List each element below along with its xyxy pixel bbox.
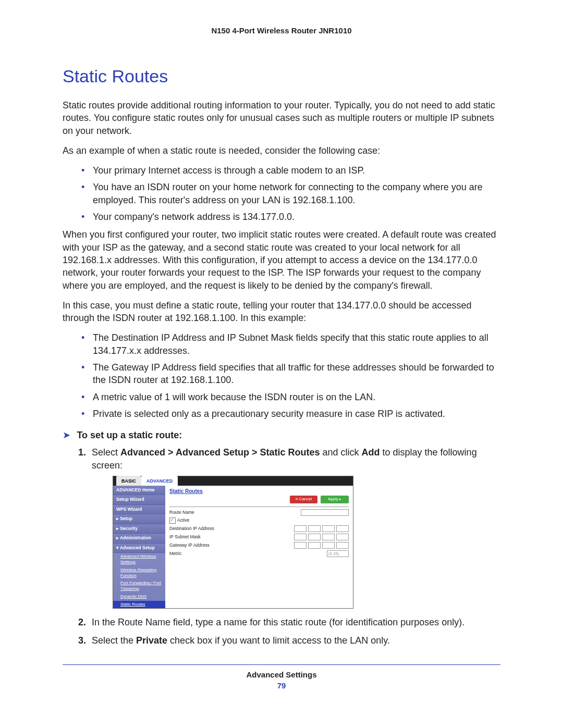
list-item: A metric value of 1 will work because th… [81,391,500,403]
ordered-steps: Select Advanced > Advanced Setup > Stati… [63,446,500,647]
list-item: You have an ISDN router on your home net… [81,181,500,206]
sidebar-item-advanced-home[interactable]: ADVANCED Home [113,486,165,495]
label-route-name: Route Name [169,510,232,515]
sidebar-item-setup[interactable]: ▸ Setup [113,514,165,524]
paragraph: Static routes provide additional routing… [63,99,500,137]
router-content: Static Routes Cancel Apply Route Name [165,486,353,609]
step-item: Select Advanced > Advanced Setup > Stati… [89,446,500,609]
sidebar-item-wps-wizard[interactable]: WPS Wizard [113,505,165,514]
router-tab-bar: BASIC ADVANCED [113,476,353,486]
sidebar-item-advanced-setup[interactable]: ▾ Advanced Setup [113,544,165,553]
menu-path: Advanced > Advanced Setup > Static Route… [120,447,320,458]
sidebar-sub-dynamic-dns[interactable]: Dynamic DNS [113,593,165,601]
label-dest-ip: Destination IP Address [169,526,232,532]
tab-basic[interactable]: BASIC [116,476,141,486]
paragraph: As an example of when a static route is … [63,144,500,157]
cancel-button[interactable]: Cancel [290,496,317,503]
sidebar-sub-port-forwarding[interactable]: Port Forwarding / Port Triggering [113,579,165,593]
label-metric: Metric [169,551,232,557]
sidebar-sub-advanced-wireless[interactable]: Advanced Wireless Settings [113,553,165,566]
active-checkbox[interactable]: ✓ [169,517,176,524]
step-text: check box if you want to limit access to… [167,635,390,646]
procedure-heading: ➤ To set up a static route: [63,429,500,441]
list-item: Private is selected only as a precaution… [81,408,500,420]
label-gateway: Gateway IP Address [169,542,232,548]
button-name: Add [362,447,380,458]
paragraph: When you first configured your router, t… [63,228,500,291]
tab-advanced[interactable]: ADVANCED [141,476,178,486]
procedure-title: To set up a static route: [77,430,182,440]
label-active: Active [177,517,189,523]
router-sidebar: ADVANCED Home Setup Wizard WPS Wizard ▸ … [113,486,165,609]
page-number: 79 [63,681,500,690]
step-text: and click [320,447,361,458]
list-item: Your primary Internet access is through … [81,164,500,177]
route-name-input[interactable] [301,509,349,516]
dest-ip-input[interactable] [294,525,349,532]
paragraph: In this case, you must define a static r… [63,299,500,325]
list-item: The Destination IP Address and IP Subnet… [81,331,500,357]
label-subnet: IP Subnet Mask [169,534,232,540]
sidebar-sub-wireless-repeating[interactable]: Wireless Repeating Function [113,566,165,580]
apply-button[interactable]: Apply [321,496,349,503]
step-text: Select [92,447,120,458]
panel-title: Static Routes [169,488,349,495]
sidebar-sub-static-routes[interactable]: Static Routes [113,601,165,609]
subnet-mask-input[interactable] [294,534,349,540]
gateway-ip-input[interactable] [294,542,349,549]
bullet-list: The Destination IP Address and IP Subnet… [63,331,500,420]
sidebar-item-administration[interactable]: ▸ Administration [113,534,165,543]
router-ui-screenshot: BASIC ADVANCED ADVANCED Home Setup Wizar… [113,476,353,609]
step-item: Select the Private check box if you want… [89,634,500,647]
section-title: Static Routes [63,66,500,87]
arrow-icon: ➤ [63,430,70,440]
list-item: Your company's network address is 134.17… [81,211,500,223]
bullet-list: Your primary Internet access is through … [63,164,500,223]
sidebar-item-setup-wizard[interactable]: Setup Wizard [113,495,165,504]
step-text: Select the [92,635,136,646]
metric-input[interactable]: (2-15) [327,550,349,557]
step-item: In the Route Name field, type a name for… [89,616,500,628]
sidebar-item-security[interactable]: ▸ Security [113,524,165,534]
checkbox-name: Private [136,635,167,646]
list-item: The Gateway IP Address field specifies t… [81,361,500,387]
document-header: N150 4-Port Wireless Router JNR1010 [63,26,500,35]
footer-section: Advanced Settings [63,670,500,679]
footer-rule [63,664,500,665]
